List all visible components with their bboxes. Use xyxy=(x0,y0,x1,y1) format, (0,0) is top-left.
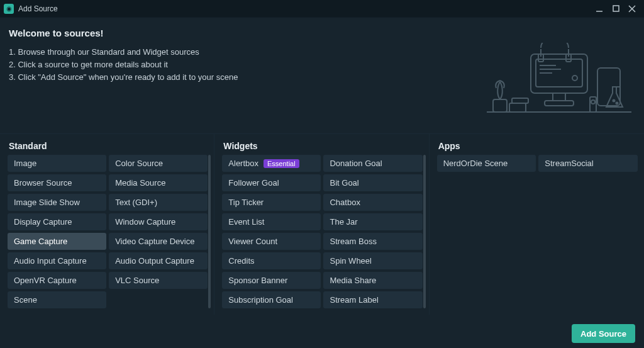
source-item-label: Follower Goal xyxy=(228,179,279,187)
source-item-sponsor-banner[interactable]: Sponsor Banner xyxy=(222,272,321,289)
intro-heading: Welcome to sources! xyxy=(9,28,635,38)
source-item-image-slide-show[interactable]: Image Slide Show xyxy=(8,194,106,211)
source-item-openvr-capture[interactable]: OpenVR Capture xyxy=(8,272,106,289)
source-item-stream-boss[interactable]: Stream Boss xyxy=(323,233,422,250)
scrollbar[interactable] xyxy=(423,155,426,308)
source-item-label: StreamSocial xyxy=(545,160,593,167)
desk-illustration-icon xyxy=(487,43,631,118)
source-item-label: Chatbox xyxy=(330,199,360,206)
badge-essential: Essential xyxy=(264,159,299,168)
source-item-text-gdi[interactable]: Text (GDI+) xyxy=(109,194,208,211)
source-item-label: Donation Goal xyxy=(330,160,382,167)
footer: Add Source xyxy=(0,319,644,348)
source-item-label: Media Share xyxy=(330,277,376,284)
source-item-label: Sponsor Banner xyxy=(228,277,287,284)
source-item-display-capture[interactable]: Display Capture xyxy=(8,213,106,230)
source-item-label: Video Capture Device xyxy=(115,238,194,245)
svg-rect-1 xyxy=(613,6,619,11)
source-item-vlc-source[interactable]: VLC Source xyxy=(109,272,208,289)
add-source-button[interactable]: Add Source xyxy=(572,324,635,343)
source-item-follower-goal[interactable]: Follower Goal xyxy=(222,174,321,191)
source-item-label: Event List xyxy=(228,218,264,226)
source-item-tip-ticker[interactable]: Tip Ticker xyxy=(222,194,321,211)
source-item-audio-output-capture[interactable]: Audio Output Capture xyxy=(109,252,208,269)
source-item-bit-goal[interactable]: Bit Goal xyxy=(323,174,422,191)
column-widgets: Widgets AlertboxEssentialDonation GoalFo… xyxy=(214,134,429,315)
source-item-label: The Jar xyxy=(330,218,357,226)
source-item-label: NerdOrDie Scene xyxy=(443,160,508,167)
source-item-window-capture[interactable]: Window Capture xyxy=(109,213,208,230)
source-item-label: Media Source xyxy=(115,179,165,187)
source-columns: Standard ImageColor SourceBrowser Source… xyxy=(0,134,644,315)
source-item-spin-wheel[interactable]: Spin Wheel xyxy=(323,252,422,269)
scrollbar[interactable] xyxy=(208,155,211,308)
svg-rect-8 xyxy=(545,101,574,106)
source-item-alertbox[interactable]: AlertboxEssential xyxy=(222,155,321,172)
source-item-label: Spin Wheel xyxy=(330,257,371,265)
svg-rect-17 xyxy=(509,103,526,112)
svg-rect-18 xyxy=(512,98,528,103)
close-button[interactable] xyxy=(624,1,640,16)
svg-point-21 xyxy=(613,100,615,102)
source-item-label: Audio Input Capture xyxy=(14,257,87,265)
source-item-label: Viewer Count xyxy=(228,238,277,245)
source-item-image[interactable]: Image xyxy=(8,155,106,172)
source-item-media-source[interactable]: Media Source xyxy=(109,174,208,191)
svg-rect-7 xyxy=(553,93,565,101)
source-item-game-capture[interactable]: Game Capture xyxy=(8,233,106,250)
source-item-label: Image Slide Show xyxy=(14,199,80,206)
section-heading: Widgets xyxy=(223,141,421,151)
source-item-streamsocial[interactable]: StreamSocial xyxy=(538,155,638,172)
source-item-label: Display Capture xyxy=(14,218,72,226)
source-item-label: Alertbox xyxy=(228,160,258,167)
source-item-label: OpenVR Capture xyxy=(14,277,77,284)
maximize-button[interactable] xyxy=(608,1,624,16)
intro-panel: Welcome to sources! Browse through our S… xyxy=(0,18,644,134)
source-item-label: Audio Output Capture xyxy=(115,257,194,265)
source-item-credits[interactable]: Credits xyxy=(222,252,321,269)
minimize-button[interactable] xyxy=(591,1,608,16)
source-item-label: Stream Label xyxy=(330,296,378,304)
source-item-nerdordie-scene[interactable]: NerdOrDie Scene xyxy=(437,155,536,172)
source-item-label: Color Source xyxy=(115,160,163,167)
source-item-label: Browser Source xyxy=(14,179,72,187)
titlebar: ◉ Add Source xyxy=(0,0,644,18)
source-item-donation-goal[interactable]: Donation Goal xyxy=(323,155,422,172)
source-item-video-capture-device[interactable]: Video Capture Device xyxy=(109,233,208,250)
section-heading: Apps xyxy=(438,141,636,151)
source-item-stream-label[interactable]: Stream Label xyxy=(323,291,422,308)
source-item-browser-source[interactable]: Browser Source xyxy=(8,174,106,191)
source-item-scene[interactable]: Scene xyxy=(8,291,106,308)
source-item-label: Tip Ticker xyxy=(228,199,264,206)
source-item-label: Credits xyxy=(228,257,254,265)
source-item-label: Window Capture xyxy=(115,218,175,226)
app-logo-icon: ◉ xyxy=(4,4,14,14)
source-item-label: Image xyxy=(14,160,36,167)
window-title: Add Source xyxy=(18,4,58,13)
svg-point-12 xyxy=(572,76,577,81)
source-item-viewer-count[interactable]: Viewer Count xyxy=(222,233,321,250)
source-item-label: Stream Boss xyxy=(330,238,376,245)
source-item-chatbox[interactable]: Chatbox xyxy=(323,194,422,211)
source-item-the-jar[interactable]: The Jar xyxy=(323,213,422,230)
svg-rect-16 xyxy=(493,99,507,112)
source-item-media-share[interactable]: Media Share xyxy=(323,272,422,289)
source-item-label: Subscription Goal xyxy=(228,296,293,304)
svg-point-22 xyxy=(616,103,618,104)
source-item-color-source[interactable]: Color Source xyxy=(109,155,208,172)
column-apps: Apps NerdOrDie SceneStreamSocial xyxy=(430,134,644,315)
column-standard: Standard ImageColor SourceBrowser Source… xyxy=(0,134,214,315)
source-item-audio-input-capture[interactable]: Audio Input Capture xyxy=(8,252,106,269)
svg-point-20 xyxy=(591,100,595,104)
source-item-label: Bit Goal xyxy=(330,179,358,187)
source-item-subscription-goal[interactable]: Subscription Goal xyxy=(222,291,321,308)
source-item-label: Game Capture xyxy=(14,238,67,245)
source-item-label: VLC Source xyxy=(115,277,159,284)
source-item-label: Text (GDI+) xyxy=(115,199,157,206)
section-heading: Standard xyxy=(9,141,206,151)
source-item-label: Scene xyxy=(14,296,37,304)
source-item-event-list[interactable]: Event List xyxy=(222,213,321,230)
